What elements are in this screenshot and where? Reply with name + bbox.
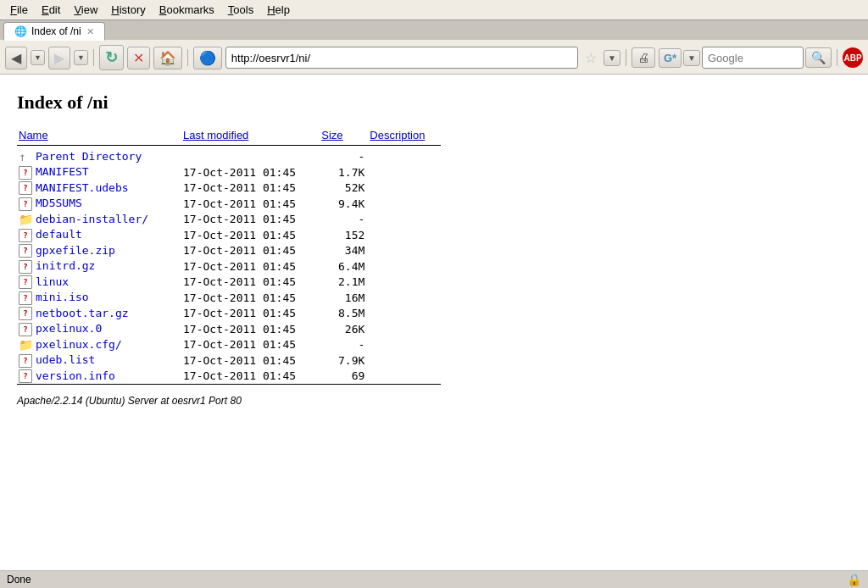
sort-by-size[interactable]: Size xyxy=(321,129,342,141)
file-description xyxy=(368,149,441,165)
file-link[interactable]: linux xyxy=(36,275,69,288)
file-date: 17-Oct-2011 01:45 xyxy=(181,164,320,180)
security-icon: 🔒 xyxy=(847,573,861,586)
page-title: Index of /ni xyxy=(17,92,851,114)
table-row: ?MD5SUMS17-Oct-2011 01:459.4K xyxy=(17,196,441,212)
file-icon: ? xyxy=(19,166,32,180)
zip-icon: ? xyxy=(19,307,32,320)
back-button[interactable]: ◀ xyxy=(5,47,27,69)
file-link[interactable]: MANIFEST xyxy=(36,165,89,178)
forward-button[interactable]: ▶ xyxy=(48,47,70,69)
menu-history[interactable]: History xyxy=(104,2,152,18)
back-dropdown[interactable]: ▼ xyxy=(31,50,45,65)
status-text: Done xyxy=(7,574,31,585)
file-link[interactable]: mini.iso xyxy=(36,291,89,303)
sort-by-name[interactable]: Name xyxy=(19,129,48,141)
file-description xyxy=(368,290,441,306)
file-link[interactable]: MANIFEST.udebs xyxy=(36,181,129,194)
file-size: 34M xyxy=(320,243,368,259)
sort-by-modified[interactable]: Last modified xyxy=(183,129,248,141)
search-engine-dropdown[interactable]: ▼ xyxy=(683,50,700,66)
table-row: ?gpxefile.zip17-Oct-2011 01:4534M xyxy=(17,243,441,259)
print-button[interactable]: 🖨 xyxy=(632,47,655,68)
file-icon: ? xyxy=(19,291,32,305)
file-size: 1.7K xyxy=(320,164,368,180)
file-icon: ? xyxy=(19,275,32,289)
table-row: ?linux17-Oct-2011 01:452.1M xyxy=(17,275,441,291)
menu-view[interactable]: View xyxy=(67,2,104,18)
file-icon: ? xyxy=(19,369,32,383)
file-description xyxy=(368,275,441,291)
tab-label: Index of /ni xyxy=(31,25,81,37)
sort-by-description[interactable]: Description xyxy=(370,129,425,141)
file-size: 52K xyxy=(320,180,368,197)
file-link[interactable]: udeb.list xyxy=(36,353,95,366)
file-size: 2.1M xyxy=(320,275,368,291)
bookmark-page-button[interactable]: 🔵 xyxy=(193,47,222,69)
table-row: ?default17-Oct-2011 01:45152 xyxy=(17,227,441,243)
file-description xyxy=(368,196,441,212)
file-link[interactable]: gpxefile.zip xyxy=(36,244,115,257)
file-date: 17-Oct-2011 01:45 xyxy=(181,212,320,228)
file-size: - xyxy=(320,149,368,165)
file-link[interactable]: debian-installer/ xyxy=(36,213,148,225)
file-link[interactable]: netboot.tar.gz xyxy=(36,307,129,319)
search-engine-icon[interactable]: G* xyxy=(659,48,682,68)
table-row: ?udeb.list17-Oct-2011 01:457.9K xyxy=(17,352,441,369)
tab-close-button[interactable]: ✕ xyxy=(86,26,94,37)
toolbar: ◀ ▼ ▶ ▼ ↻ ✕ 🏠 🔵 ☆ ▼ 🖨 G* ▼ 🔍 ABP xyxy=(0,42,868,75)
file-date: 17-Oct-2011 01:45 xyxy=(181,290,320,306)
file-icon: ? xyxy=(19,229,32,242)
abp-button[interactable]: ABP xyxy=(843,47,863,68)
file-size: 69 xyxy=(320,369,368,385)
forward-dropdown[interactable]: ▼ xyxy=(74,50,88,65)
menu-edit[interactable]: Edit xyxy=(35,2,67,18)
file-description xyxy=(368,243,441,259)
menu-file[interactable]: File xyxy=(3,2,35,18)
file-date: 17-Oct-2011 01:45 xyxy=(181,258,320,275)
menu-bookmarks[interactable]: Bookmarks xyxy=(153,2,221,18)
table-row: ?pxelinux.017-Oct-2011 01:4526K xyxy=(17,321,441,337)
search-group: G* ▼ 🔍 xyxy=(659,47,832,69)
file-link[interactable]: default xyxy=(36,228,82,241)
address-dropdown[interactable]: ▼ xyxy=(604,50,620,66)
toolbar-separator-1 xyxy=(93,49,94,66)
file-link[interactable]: initrd.gz xyxy=(36,259,95,272)
address-bar-group: 🔵 ☆ ▼ xyxy=(193,47,620,69)
file-size: 7.9K xyxy=(320,352,368,369)
search-input[interactable] xyxy=(702,47,804,69)
table-row: ?MANIFEST17-Oct-2011 01:451.7K xyxy=(17,164,441,180)
address-input[interactable] xyxy=(225,47,578,69)
toolbar-separator-4 xyxy=(837,49,837,66)
menu-help[interactable]: Help xyxy=(260,2,297,18)
star-icon[interactable]: ☆ xyxy=(581,48,600,68)
folder-icon: 📁 xyxy=(19,338,32,352)
file-description xyxy=(368,164,441,180)
file-description xyxy=(368,212,441,228)
file-size: - xyxy=(320,337,368,353)
file-description xyxy=(368,337,441,353)
file-description xyxy=(368,369,441,385)
file-link[interactable]: pxelinux.cfg/ xyxy=(36,338,122,351)
table-row: ?version.info17-Oct-2011 01:4569 xyxy=(17,369,441,385)
reload-button[interactable]: ↻ xyxy=(99,45,124,70)
home-button[interactable]: 🏠 xyxy=(153,47,182,69)
toolbar-separator-2 xyxy=(187,49,188,66)
file-table: Name Last modified Size Description ↑Par… xyxy=(17,127,441,388)
file-icon: ? xyxy=(19,197,32,211)
active-tab[interactable]: 🌐 Index of /ni ✕ xyxy=(3,22,105,41)
file-link[interactable]: MD5SUMS xyxy=(36,197,82,209)
file-link[interactable]: version.info xyxy=(36,369,115,382)
zip-icon: ? xyxy=(19,260,32,274)
file-date: 17-Oct-2011 01:45 xyxy=(181,321,320,337)
menu-tools[interactable]: Tools xyxy=(221,2,260,18)
stop-button[interactable]: ✕ xyxy=(127,47,150,69)
file-link[interactable]: Parent Directory xyxy=(36,150,142,163)
table-row: 📁debian-installer/17-Oct-2011 01:45- xyxy=(17,212,441,228)
table-row: ?MANIFEST.udebs17-Oct-2011 01:4552K xyxy=(17,180,441,197)
file-size: 152 xyxy=(320,227,368,243)
table-row: 📁pxelinux.cfg/17-Oct-2011 01:45- xyxy=(17,337,441,353)
file-description xyxy=(368,321,441,337)
search-button[interactable]: 🔍 xyxy=(805,47,832,68)
file-link[interactable]: pxelinux.0 xyxy=(36,322,102,335)
